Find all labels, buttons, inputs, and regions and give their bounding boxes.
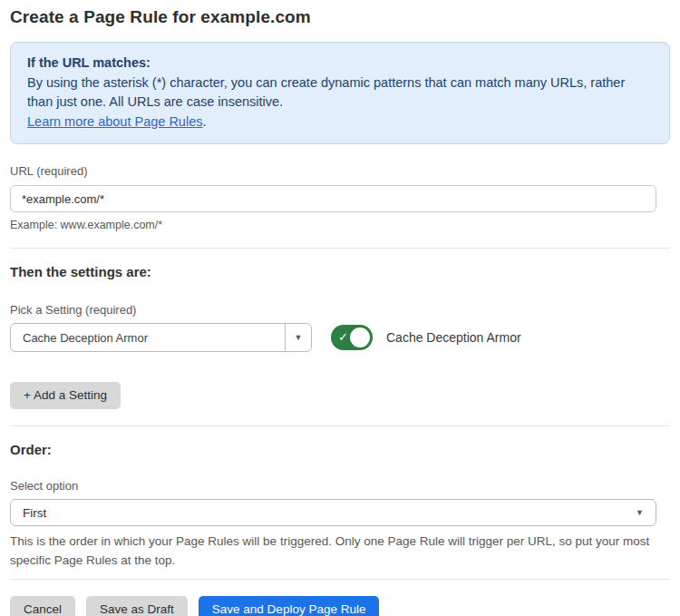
- order-section-heading: Order:: [10, 442, 670, 457]
- divider: [10, 425, 670, 426]
- chevron-down-icon: ▼: [295, 333, 303, 342]
- settings-section-heading: Then the settings are:: [10, 264, 670, 279]
- order-select-label: Select option: [10, 479, 670, 493]
- toggle-knob: [350, 328, 370, 347]
- url-field-label: URL (required): [10, 164, 670, 178]
- info-box-link-line: Learn more about Page Rules.: [27, 112, 653, 132]
- url-input[interactable]: [10, 185, 656, 212]
- divider: [10, 579, 670, 580]
- setting-dropdown-value: Cache Deception Armor: [11, 324, 285, 351]
- setting-dropdown-arrow-button[interactable]: ▼: [285, 324, 311, 351]
- setting-dropdown[interactable]: Cache Deception Armor ▼: [10, 323, 312, 352]
- url-match-info-box: If the URL matches: By using the asteris…: [10, 42, 670, 144]
- save-and-deploy-button[interactable]: Save and Deploy Page Rule: [199, 596, 380, 616]
- info-box-heading: If the URL matches:: [27, 54, 653, 73]
- page-title: Create a Page Rule for example.com: [10, 7, 670, 27]
- save-as-draft-button[interactable]: Save as Draft: [86, 596, 188, 616]
- learn-more-link[interactable]: Learn more about Page Rules: [27, 114, 202, 129]
- setting-toggle[interactable]: ✓: [331, 325, 373, 350]
- link-period: .: [202, 114, 206, 129]
- url-example-text: Example: www.example.com/*: [10, 219, 670, 231]
- footer-buttons: Cancel Save as Draft Save and Deploy Pag…: [10, 596, 670, 616]
- order-select-value: First: [23, 506, 636, 520]
- setting-picker-label: Pick a Setting (required): [10, 303, 670, 317]
- page-rule-form: Create a Page Rule for example.com If th…: [0, 0, 680, 616]
- check-icon: ✓: [338, 331, 348, 343]
- setting-toggle-label: Cache Deception Armor: [386, 330, 521, 345]
- setting-row: Cache Deception Armor ▼ ✓ Cache Deceptio…: [10, 323, 670, 352]
- cancel-button[interactable]: Cancel: [10, 596, 75, 616]
- divider: [10, 248, 670, 249]
- order-select[interactable]: First ▼: [10, 499, 656, 526]
- add-setting-button[interactable]: + Add a Setting: [10, 382, 121, 409]
- info-box-body: By using the asterisk (*) character, you…: [27, 73, 653, 112]
- chevron-down-icon: ▼: [636, 508, 644, 517]
- order-help-text: This is the order in which your Page Rul…: [10, 532, 663, 570]
